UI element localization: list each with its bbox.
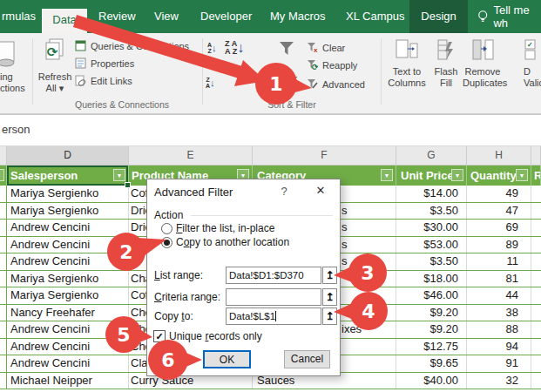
cell-salesperson[interactable]: Andrew Cencini — [7, 253, 129, 270]
radio-filter-in-place[interactable] — [161, 223, 172, 234]
tab-formulas-partial[interactable]: rmulas — [2, 0, 36, 33]
tab-view[interactable]: View — [154, 0, 179, 33]
column-letter-partial[interactable] — [0, 146, 7, 165]
collapse-dialog-icon[interactable]: ↥ — [322, 288, 337, 306]
cell-quantity[interactable]: 44 — [467, 287, 531, 304]
cell-quantity[interactable]: 38 — [467, 305, 531, 321]
header-cell-quantity[interactable]: Quantity▼ — [467, 166, 531, 186]
cell-empty[interactable] — [531, 321, 541, 338]
criteria-range-input[interactable] — [226, 288, 321, 306]
radio-copy-to-location-label[interactable]: Copy to another location — [176, 236, 289, 248]
cell-salesperson[interactable]: Mariya Sergienko — [7, 287, 129, 304]
cell-empty[interactable] — [531, 186, 541, 202]
cell-empty[interactable] — [0, 339, 7, 355]
column-letter-g[interactable]: G — [396, 146, 467, 165]
list-range-input[interactable]: Data!$D1:$D370 — [226, 267, 321, 284]
tab-data[interactable]: Data — [42, 9, 87, 33]
cell-salesperson[interactable]: Mariya Sergienko — [7, 203, 129, 220]
cell-quantity[interactable]: 94 — [467, 339, 531, 355]
sort-za-button[interactable]: ZA↓ — [206, 77, 215, 89]
cell-empty[interactable] — [0, 253, 7, 270]
cell-empty[interactable] — [0, 305, 7, 321]
cell-empty[interactable] — [531, 373, 541, 389]
cell-empty[interactable] — [531, 237, 541, 253]
cell-empty[interactable] — [0, 287, 7, 304]
sort-button[interactable]: Z AA Z ↓ — [225, 40, 244, 56]
cell-empty[interactable] — [0, 355, 7, 372]
flash-fill-button[interactable]: Flash Fill — [430, 38, 462, 89]
radio-filter-in-place-label[interactable]: Filter the list, in-place — [176, 222, 274, 234]
cell-empty[interactable] — [531, 305, 541, 321]
cell-salesperson[interactable]: Andrew Cencini — [7, 355, 129, 372]
unique-records-label[interactable]: Unique records only — [169, 330, 262, 342]
tab-design[interactable]: Design — [409, 0, 468, 33]
cancel-button[interactable]: Cancel — [284, 350, 330, 368]
header-cell-salesperson[interactable]: Salesperson▼ — [7, 166, 129, 186]
cell-salesperson[interactable]: Andrew Cencini — [7, 321, 129, 338]
cell-quantity[interactable]: 89 — [467, 237, 531, 253]
cell-unit-price[interactable]: $9.20 — [396, 321, 467, 338]
remove-duplicates-button[interactable]: Remove Duplicates — [463, 38, 503, 89]
tell-me-box[interactable]: Tell me wh — [477, 0, 541, 33]
unique-records-checkbox[interactable]: ✓ — [153, 330, 166, 342]
cell-unit-price[interactable]: $53.00 — [396, 237, 467, 253]
cell-empty[interactable] — [0, 321, 7, 338]
cell-empty[interactable] — [0, 271, 7, 287]
advanced-filter-button[interactable]: Advanced — [307, 78, 365, 90]
cell-salesperson[interactable]: Mariya Sergienko — [7, 186, 129, 202]
cell-unit-price[interactable]: $9.20 — [396, 305, 467, 321]
formula-bar[interactable]: erson — [0, 114, 541, 146]
cell-unit-price[interactable]: $3.50 — [396, 203, 467, 220]
dialog-help-button[interactable]: ? — [276, 185, 292, 198]
column-letter-partial-right[interactable] — [531, 146, 541, 165]
cell-empty[interactable] — [531, 220, 541, 236]
cell-salesperson[interactable]: Andrew Cencini — [7, 220, 129, 236]
tab-my-macros[interactable]: My Macros — [270, 0, 326, 33]
cell-quantity[interactable]: 69 — [467, 220, 531, 236]
copy-to-input[interactable]: Data!$L$1 — [226, 308, 321, 325]
selection-fill-handle[interactable] — [125, 182, 131, 188]
filter-dropdown-icon[interactable]: ▼ — [113, 169, 125, 181]
cell-quantity[interactable]: 88 — [467, 321, 531, 338]
filter-dropdown-icon[interactable]: ▼ — [451, 169, 463, 181]
cell-empty[interactable] — [531, 339, 541, 355]
cell-unit-price[interactable]: $9.65 — [396, 355, 467, 372]
filter-dropdown-icon[interactable]: ▼ — [0, 169, 4, 181]
cell-empty[interactable] — [0, 373, 7, 389]
cell-empty[interactable] — [531, 253, 541, 270]
collapse-dialog-icon[interactable]: ↥ — [322, 308, 337, 325]
cell-empty[interactable] — [531, 203, 541, 220]
properties-button[interactable]: Properties — [75, 57, 134, 69]
cell-unit-price[interactable]: $30.00 — [396, 220, 467, 236]
cell-salesperson[interactable]: Michael Neipper — [7, 373, 129, 389]
column-letter-e[interactable]: E — [129, 146, 253, 165]
cell-empty[interactable] — [0, 203, 7, 220]
collapse-dialog-icon[interactable]: ↥ — [322, 267, 337, 284]
cell-salesperson[interactable]: Nancy Freehafer — [7, 305, 129, 321]
column-letter-d[interactable]: D — [7, 146, 129, 165]
sort-az-button[interactable]: AZ↓ — [207, 42, 217, 54]
cell-unit-price[interactable]: $46.00 — [396, 287, 467, 304]
dialog-close-icon[interactable]: ✕ — [311, 184, 330, 197]
cell-unit-price[interactable]: $40.00 — [396, 373, 467, 389]
cell-quantity[interactable]: 91 — [467, 355, 531, 372]
ok-button[interactable]: OK — [203, 350, 251, 368]
cell-empty[interactable] — [531, 271, 541, 287]
filter-dropdown-icon[interactable]: ▼ — [381, 169, 393, 181]
edit-links-button[interactable]: Edit Links — [75, 75, 132, 86]
cell-unit-price[interactable]: $3.50 — [396, 253, 467, 270]
text-to-columns-button[interactable]: Text to Columns — [386, 38, 428, 89]
cell-unit-price[interactable]: $18.00 — [396, 271, 467, 287]
radio-copy-to-location[interactable] — [161, 237, 172, 248]
cell-unit-price[interactable]: $14.00 — [396, 186, 467, 202]
tab-developer[interactable]: Developer — [200, 0, 252, 33]
cell-quantity[interactable]: 32 — [467, 373, 531, 389]
tab-review[interactable]: Review — [98, 0, 136, 33]
cell-salesperson[interactable]: Andrew Cencini — [7, 339, 129, 355]
column-letter-f[interactable]: F — [253, 146, 396, 165]
cell-salesperson[interactable]: Andrew Cencini — [7, 237, 129, 253]
clear-filter-button[interactable]: x Clear — [307, 42, 345, 53]
cell-empty[interactable] — [0, 186, 7, 202]
data-validation-button[interactable]: ✓ D Valid. — [524, 38, 541, 89]
cell-quantity[interactable]: 11 — [467, 253, 531, 270]
